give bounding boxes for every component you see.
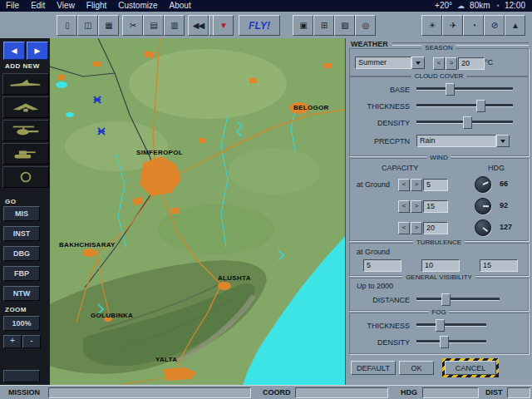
temperature-field[interactable]: 20 (458, 57, 485, 70)
weather-title-text: WEATHER (351, 40, 388, 48)
aircraft-button[interactable]: ✈ (442, 15, 463, 36)
increment-button[interactable]: > (411, 222, 422, 234)
map-canvas[interactable] (50, 38, 345, 385)
go-fbp-button[interactable]: FBP (3, 266, 40, 281)
zoom-out-button[interactable]: - (22, 335, 41, 348)
new-button[interactable]: ▯ (57, 15, 77, 36)
slider-thumb[interactable] (440, 336, 449, 348)
hdg-header: HDG (488, 163, 505, 174)
add-static-button[interactable] (2, 166, 49, 188)
increment-button[interactable]: > (411, 200, 422, 213)
wind-capacity-spinner-3: < > (398, 222, 422, 234)
views-button[interactable]: ▧ (334, 15, 355, 36)
distance-label: DISTANCE (350, 295, 410, 306)
slider-track[interactable] (416, 298, 500, 301)
turbulence-field-3[interactable]: 15 (480, 259, 518, 272)
add-vehicle-button[interactable] (2, 143, 49, 165)
wind-hdg-knob-1[interactable] (475, 176, 491, 193)
decrement-button[interactable]: < (398, 179, 410, 191)
wind-hdg-knob-2[interactable] (475, 198, 491, 214)
slider-thumb[interactable] (463, 116, 472, 129)
visibility-group-label: GENERAL VISIBILITY (402, 273, 475, 281)
slider-track[interactable] (416, 104, 513, 107)
cloud-base-slider[interactable] (416, 83, 513, 94)
copy-button[interactable]: ▤ (143, 15, 164, 36)
info-button[interactable]: ▲ (505, 15, 525, 36)
payload-button[interactable]: ⊞ (313, 15, 334, 36)
cut-button[interactable]: ✂ (122, 15, 143, 36)
sidebar-extra-button[interactable] (3, 370, 40, 382)
go-label: GO (5, 198, 16, 205)
payload-icon: ⊞ (321, 22, 327, 30)
cloud-cover-group-label: CLOUD COVER (411, 72, 467, 80)
open-button[interactable]: ◫ (77, 15, 98, 36)
slider-track[interactable] (416, 340, 486, 343)
increment-button[interactable]: > (411, 179, 422, 191)
cloud-thickness-slider[interactable] (416, 100, 513, 111)
temp-increment-button[interactable]: > (446, 57, 457, 70)
nav-forward-button[interactable]: ▶ (27, 42, 48, 60)
wind-capacity-field-3[interactable]: 20 (423, 222, 448, 234)
wind-hdg-value-2: 92 (500, 201, 508, 209)
slider-thumb[interactable] (446, 83, 455, 96)
add-helicopter-button[interactable] (2, 120, 49, 141)
record-button[interactable]: ▼ (213, 15, 234, 36)
network-button[interactable]: ◎ (355, 15, 376, 36)
save-button[interactable]: ▦ (98, 15, 119, 36)
cloud-density-slider[interactable] (416, 116, 513, 127)
slider-track[interactable] (416, 87, 513, 91)
paste-button[interactable]: ▥ (164, 15, 185, 36)
fly-button[interactable]: FLY! (239, 15, 280, 36)
temp-decrement-button[interactable]: < (433, 57, 445, 70)
season-dropdown-button[interactable] (411, 57, 425, 69)
go-dbg-button[interactable]: DBG (3, 246, 40, 261)
turbulence-group: TURBULENCE at Ground 5 10 15 (349, 243, 529, 276)
zoom-value-button[interactable]: 100% (3, 316, 40, 331)
default-button[interactable]: DEFAULT (351, 361, 396, 375)
nav-back-button[interactable]: ◀ (3, 42, 25, 60)
coord-field[interactable] (295, 387, 388, 398)
wind-capacity-field-2[interactable]: 15 (423, 200, 448, 213)
slider-thumb[interactable] (476, 100, 485, 112)
menu-edit[interactable]: Edit (25, 0, 51, 12)
dist-field[interactable] (507, 387, 530, 398)
fog-thickness-slider[interactable] (416, 319, 486, 330)
precptn-dropdown-button[interactable] (496, 135, 510, 147)
zoom-in-button[interactable]: + (3, 335, 22, 348)
distance-slider[interactable] (416, 293, 500, 304)
decrement-button[interactable]: < (398, 222, 410, 234)
slider-thumb[interactable] (441, 293, 451, 306)
weather-button[interactable]: ☀ (421, 15, 442, 36)
season-combo[interactable]: Summer (355, 57, 425, 69)
wind-hdg-knob-3[interactable] (475, 219, 491, 236)
menu-about[interactable]: About (164, 0, 197, 12)
go-inst-button[interactable]: INST (3, 226, 40, 241)
mission-field[interactable] (48, 387, 251, 398)
disable-button[interactable]: ⊘ (484, 15, 505, 36)
turbulence-field-2[interactable]: 10 (421, 259, 460, 272)
menu-file[interactable]: File (0, 0, 25, 12)
menu-view[interactable]: View (51, 0, 81, 12)
hdg-field[interactable] (422, 387, 479, 398)
slider-track[interactable] (416, 323, 486, 327)
turbulence-field-1[interactable]: 5 (363, 259, 401, 272)
season-group-label: SEASON (421, 44, 456, 52)
go-mis-button[interactable]: MIS (3, 206, 40, 221)
slider-thumb[interactable] (436, 319, 445, 332)
cancel-button[interactable]: CANCEL (445, 361, 496, 375)
gauges-button[interactable]: ◔ (463, 15, 484, 36)
add-airplane2-button[interactable] (2, 96, 49, 118)
decrement-button[interactable]: < (398, 200, 410, 213)
menu-flight[interactable]: Flight (81, 0, 112, 12)
ok-button[interactable]: OK (399, 361, 434, 375)
go-ntw-button[interactable]: NTW (3, 286, 40, 301)
wind-capacity-field-1[interactable]: 5 (423, 179, 448, 191)
add-airplane-button[interactable] (2, 73, 49, 95)
menu-customize[interactable]: Customize (112, 0, 163, 12)
precptn-combo[interactable]: Rain (416, 135, 510, 147)
wind-group: WIND CAPACITY HDG at Ground < > 5 66 < >… (349, 158, 529, 241)
wind-at-ground-label: at Ground (357, 180, 390, 190)
rewind-button[interactable]: ◀◀ (188, 15, 209, 36)
briefing-button[interactable]: ▣ (293, 15, 313, 36)
fog-density-slider[interactable] (416, 336, 486, 347)
